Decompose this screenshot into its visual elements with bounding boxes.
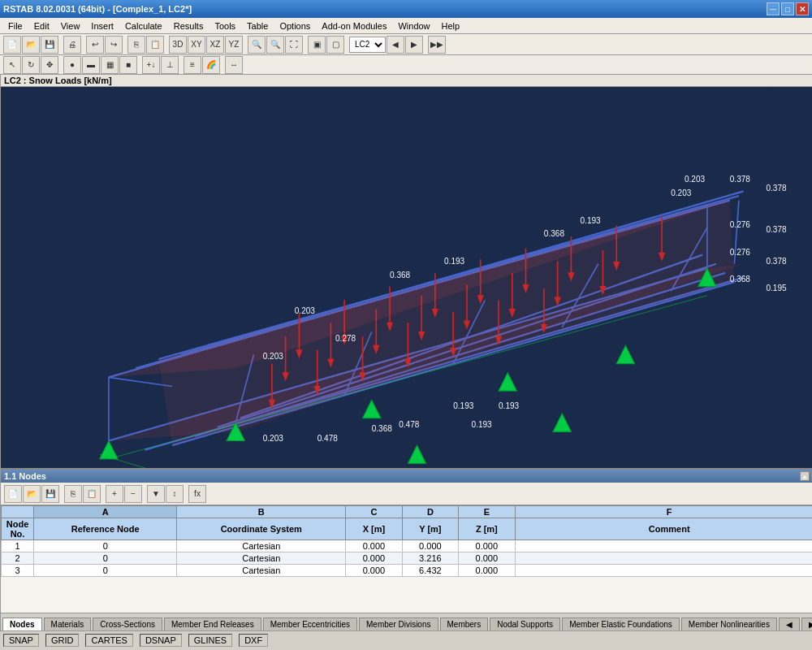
undo-button[interactable]: ↩ (86, 36, 104, 54)
solid-button[interactable]: ■ (119, 56, 137, 74)
col-E[interactable]: E (459, 506, 515, 518)
tab-member-nonlinearities[interactable]: Member Nonlinearities (681, 618, 777, 630)
table-paste-button[interactable]: 📋 (83, 485, 101, 503)
node-button[interactable]: ● (63, 56, 81, 74)
title-text: RSTAB 8.02.0031 (64bit) - [Complex_1, LC… (3, 4, 192, 14)
minimize-button[interactable]: ─ (767, 2, 780, 15)
tab-member-end-releases[interactable]: Member End Releases (164, 618, 261, 630)
tab-nodal-supports[interactable]: Nodal Supports (490, 618, 560, 630)
menu-results[interactable]: Results (169, 20, 209, 32)
redo-button[interactable]: ↪ (105, 36, 123, 54)
tab-member-elastic-foundations[interactable]: Member Elastic Foundations (562, 618, 680, 630)
svg-text:0.203: 0.203 (295, 306, 316, 315)
surface-button[interactable]: ▦ (101, 56, 119, 74)
formula-button[interactable]: fx (188, 485, 206, 503)
copy-button[interactable]: ⎘ (127, 36, 145, 54)
status-glines[interactable]: GLINES (188, 634, 232, 647)
load-add-button[interactable]: +↓ (142, 56, 160, 74)
member-button[interactable]: ▬ (82, 56, 100, 74)
view-3d-button[interactable]: 3D (169, 36, 187, 54)
table-sort-button[interactable]: ↕ (166, 485, 184, 503)
col-D[interactable]: D (402, 506, 458, 518)
menu-addon-modules[interactable]: Add-on Modules (317, 20, 391, 32)
zoom-out-button[interactable]: 🔍 (266, 36, 284, 54)
table-row[interactable]: 2 0 Cartesian 0.000 3.216 0.000 (2, 552, 813, 565)
maximize-button[interactable]: □ (781, 2, 794, 15)
table-delete-row-button[interactable]: − (124, 485, 142, 503)
rotate-button[interactable]: ↻ (22, 56, 40, 74)
menu-table[interactable]: Table (242, 20, 273, 32)
tab-materials[interactable]: Materials (44, 618, 92, 630)
table-filter-button[interactable]: ▼ (147, 485, 165, 503)
main-layout: Project Navigator - Data 📌 ✕ ▼📁Complex_1… (0, 75, 812, 630)
close-button[interactable]: ✕ (796, 2, 809, 15)
status-dsnap[interactable]: DSNAP (140, 634, 182, 647)
table-copy-button[interactable]: ⎘ (64, 485, 82, 503)
bottom-table[interactable]: A B C D E F Node No. Reference Node Coor… (1, 505, 812, 613)
zoom-all-button[interactable]: ⛶ (285, 36, 303, 54)
viewport[interactable]: 0.203 0.378 0.378 0.276 0.378 0.276 0.37… (1, 87, 812, 468)
table-new-button[interactable]: 📄 (4, 485, 22, 503)
nav-next-button[interactable]: ▶ (405, 36, 423, 54)
support-button[interactable]: ⊥ (161, 56, 179, 74)
nodes-tbody: 1 0 Cartesian 0.000 0.000 0.000 2 0 Cart… (2, 540, 813, 577)
menu-edit[interactable]: Edit (29, 20, 54, 32)
col-A[interactable]: A (34, 506, 177, 518)
tab-member-divisions[interactable]: Member Divisions (359, 618, 438, 630)
menu-help[interactable]: Help (437, 20, 465, 32)
dimension-button[interactable]: ↔ (225, 56, 243, 74)
menu-window[interactable]: Window (393, 20, 434, 32)
col-F[interactable]: F (515, 506, 812, 518)
table-row[interactable]: 1 0 Cartesian 0.000 0.000 0.000 (2, 540, 813, 552)
tab-cross-sections[interactable]: Cross-Sections (93, 618, 162, 630)
lc-selector[interactable]: LC2 LC1 LC3 LC4 (349, 37, 386, 53)
zoom-in-button[interactable]: 🔍 (248, 36, 266, 54)
tab-members[interactable]: Members (440, 618, 489, 630)
view-yz-button[interactable]: YZ (225, 36, 243, 54)
status-grid[interactable]: GRID (45, 634, 80, 647)
table-save-button[interactable]: 💾 (41, 485, 59, 503)
save-button[interactable]: 💾 (41, 36, 58, 54)
bottom-panel-expand-button[interactable]: ▲ (800, 471, 810, 481)
move-button[interactable]: ✥ (41, 56, 58, 74)
menu-options[interactable]: Options (274, 20, 315, 32)
toolbar-2: ↖ ↻ ✥ ● ▬ ▦ ■ +↓ ⊥ ≡ 🌈 ↔ (0, 55, 812, 75)
col-C[interactable]: C (346, 506, 402, 518)
table-row[interactable]: 3 0 Cartesian 0.000 6.432 0.000 (2, 565, 813, 577)
view-xy-button[interactable]: XY (188, 36, 205, 54)
bottom-toolbar: 📄 📂 💾 ⎘ 📋 + − ▼ ↕ fx (1, 483, 812, 505)
open-button[interactable]: 📂 (22, 36, 40, 54)
col-B[interactable]: B (177, 506, 346, 518)
titlebar: RSTAB 8.02.0031 (64bit) - [Complex_1, LC… (0, 0, 812, 18)
menu-view[interactable]: View (56, 20, 85, 32)
paste-button[interactable]: 📋 (146, 36, 164, 54)
structure-svg: 0.203 0.378 0.378 0.276 0.378 0.276 0.37… (1, 87, 812, 468)
tab-nodes[interactable]: Nodes (2, 618, 42, 630)
svg-text:0.368: 0.368 (544, 229, 565, 238)
status-dxf[interactable]: DXF (239, 634, 268, 647)
menubar: File Edit View Insert Calculate Results … (0, 18, 812, 34)
table-insert-row-button[interactable]: + (106, 485, 123, 503)
view-results-button[interactable]: ≡ (184, 56, 201, 74)
select-button[interactable]: ↖ (3, 56, 21, 74)
color-map-button[interactable]: 🌈 (202, 56, 220, 74)
render-button[interactable]: ▣ (308, 36, 326, 54)
tab-nav-next[interactable]: ▶ (801, 618, 812, 630)
menu-tools[interactable]: Tools (209, 20, 240, 32)
wireframe-button[interactable]: ▢ (326, 36, 344, 54)
menu-insert[interactable]: Insert (86, 20, 119, 32)
status-cartes[interactable]: CARTES (85, 634, 132, 647)
table-open-button[interactable]: 📂 (23, 485, 41, 503)
new-button[interactable]: 📄 (3, 36, 21, 54)
view-xz-button[interactable]: XZ (206, 36, 224, 54)
col-node-no-label: Node No. (2, 518, 34, 540)
menu-calculate[interactable]: Calculate (120, 20, 167, 32)
nav-prev-button[interactable]: ◀ (387, 36, 404, 54)
cell-x: 0.000 (346, 565, 402, 577)
menu-file[interactable]: File (3, 20, 28, 32)
tab-member-eccentricities[interactable]: Member Eccentricities (263, 618, 357, 630)
tab-nav-prev[interactable]: ◀ (779, 618, 800, 630)
run-calc-button[interactable]: ▶▶ (428, 36, 446, 54)
status-snap[interactable]: SNAP (3, 634, 39, 647)
print-button[interactable]: 🖨 (63, 36, 81, 54)
